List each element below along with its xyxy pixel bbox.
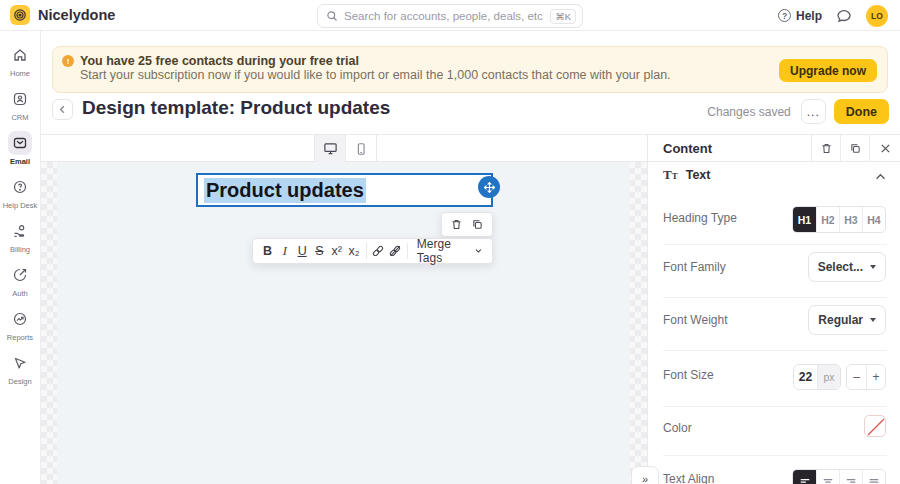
text-section-header[interactable]: TT Text [663, 167, 710, 183]
copy-icon [849, 142, 862, 155]
font-size-unit: px [817, 365, 840, 389]
app-window: Nicelydone ⌘K ? Help LO [0, 0, 900, 484]
banner-body: Start your subscription now if you would… [80, 68, 671, 82]
align-justify-button[interactable] [862, 470, 885, 484]
align-right-icon [845, 477, 857, 484]
panel-close-button[interactable] [869, 135, 900, 162]
copy-icon [471, 218, 484, 231]
duplicate-block-button[interactable] [471, 218, 484, 231]
brand-name: Nicelydone [38, 7, 115, 23]
sidebar-item-billing[interactable]: Billing [0, 219, 41, 254]
font-weight-select[interactable]: Regular [808, 305, 886, 335]
align-right-button[interactable] [839, 470, 862, 484]
help-button[interactable]: ? Help [778, 9, 822, 23]
mobile-icon [354, 142, 368, 156]
content-settings-panel: Content TT Text [647, 135, 900, 484]
desktop-icon [323, 141, 338, 156]
font-size-stepper: – + [846, 364, 886, 390]
heading-h1-button[interactable]: H1 [793, 207, 816, 232]
header-actions: Changes saved ... Done [707, 99, 889, 124]
sidebar-item-help-desk[interactable]: Help Desk [0, 175, 41, 210]
desktop-preview-button[interactable] [315, 135, 345, 162]
sidebar-item-crm[interactable]: CRM [0, 87, 41, 122]
sidebar-item-design[interactable]: Design [0, 351, 41, 386]
delete-block-button[interactable] [450, 218, 463, 231]
italic-button[interactable]: I [276, 240, 293, 262]
heading-type-label: Heading Type [663, 211, 737, 225]
panel-duplicate-button[interactable] [840, 135, 869, 162]
panel-delete-button[interactable] [811, 135, 840, 162]
help-desk-icon [8, 175, 32, 199]
search-icon [326, 10, 338, 22]
font-size-decrease-button[interactable]: – [847, 365, 866, 389]
align-left-icon [799, 477, 811, 484]
sidebar-item-home[interactable]: Home [0, 43, 41, 78]
underline-button[interactable]: U [294, 240, 311, 262]
topbar-actions: ? Help LO [778, 0, 888, 31]
no-color-icon [865, 416, 886, 437]
font-size-increase-button[interactable]: + [866, 365, 885, 389]
text-type-icon: TT [663, 167, 678, 183]
subscript-button[interactable]: x₂ [345, 240, 362, 262]
section-collapse-button[interactable] [875, 173, 886, 180]
design-icon [8, 351, 32, 375]
superscript-button[interactable]: x² [328, 240, 345, 262]
global-search[interactable]: ⌘K [317, 4, 583, 28]
font-size-value-group: px [793, 364, 841, 390]
merge-tags-dropdown[interactable]: Merge Tags [411, 237, 486, 265]
align-center-button[interactable] [816, 470, 839, 484]
help-icon: ? [778, 9, 791, 22]
banner-title: You have 25 free contacts during your fr… [80, 54, 359, 68]
block-move-handle[interactable] [478, 176, 500, 198]
color-swatch-none[interactable] [864, 415, 886, 437]
user-avatar[interactable]: LO [866, 5, 888, 27]
crm-icon [8, 87, 32, 111]
device-preview-toolbar [41, 135, 647, 162]
sidebar-item-email[interactable]: Email [0, 131, 41, 166]
align-left-button[interactable] [793, 470, 816, 484]
selected-text-block[interactable]: Product updates [196, 173, 493, 207]
font-family-select[interactable]: Select... [808, 252, 886, 282]
search-input[interactable] [344, 10, 544, 22]
chevron-left-icon [58, 105, 67, 114]
heading-h3-button[interactable]: H3 [839, 207, 862, 232]
upgrade-now-button[interactable]: Upgrade now [779, 59, 877, 82]
mobile-preview-button[interactable] [346, 135, 376, 162]
font-family-label: Font Family [663, 260, 726, 274]
panel-header: Content [648, 135, 900, 162]
chevron-down-icon [475, 248, 482, 254]
heading-h4-button[interactable]: H4 [862, 207, 885, 232]
panel-collapse-button[interactable]: » [631, 466, 659, 484]
unlink-button[interactable] [387, 240, 404, 262]
align-center-icon [822, 477, 834, 484]
trash-icon [450, 218, 463, 231]
app-logo-icon[interactable] [10, 5, 30, 25]
page-title: Design template: Product updates [82, 97, 390, 119]
chevron-up-icon [875, 173, 886, 180]
done-button[interactable]: Done [834, 99, 889, 124]
trial-banner: ! You have 25 free contacts during your … [52, 46, 888, 93]
back-button[interactable] [52, 99, 73, 120]
link-button[interactable] [369, 240, 386, 262]
heading-type-control: H1 H2 H3 H4 [792, 206, 886, 233]
email-icon [8, 131, 32, 155]
top-bar: Nicelydone ⌘K ? Help LO [0, 0, 900, 31]
text-format-toolbar: B I U S x² x₂ [252, 238, 493, 264]
strikethrough-button[interactable]: S [311, 240, 328, 262]
panel-title: Content [648, 141, 811, 156]
more-options-button[interactable]: ... [801, 99, 826, 124]
billing-icon [8, 219, 32, 243]
chat-bubble-icon[interactable] [836, 8, 852, 24]
unlink-icon [388, 244, 402, 258]
font-size-input[interactable] [794, 370, 817, 384]
sidebar-item-auth[interactable]: Auth [0, 263, 41, 298]
font-weight-label: Font Weight [663, 313, 727, 327]
heading-h2-button[interactable]: H2 [816, 207, 839, 232]
align-justify-icon [868, 477, 880, 484]
close-icon [880, 143, 891, 154]
block-actions-toolbar [441, 212, 493, 237]
bold-button[interactable]: B [259, 240, 276, 262]
sidebar-item-reports[interactable]: Reports [0, 307, 41, 342]
home-icon [8, 43, 32, 67]
email-canvas-surface[interactable] [57, 162, 630, 484]
